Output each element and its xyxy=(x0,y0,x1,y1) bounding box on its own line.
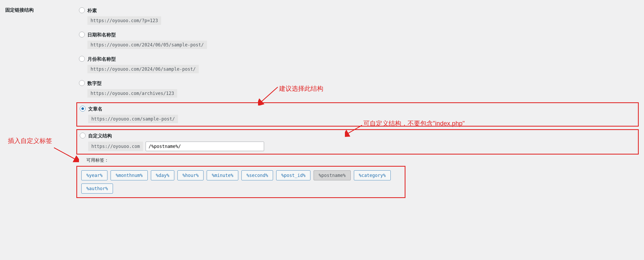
option-url: https://oyouoo.com/2024/06/05/sample-pos… xyxy=(87,41,207,49)
tag-day[interactable]: %day% xyxy=(151,170,174,180)
option-url: https://oyouoo.com/sample-post/ xyxy=(88,115,178,123)
custom-structure-input[interactable] xyxy=(146,142,264,151)
radio-numeric[interactable] xyxy=(79,80,85,86)
tag-year[interactable]: %year% xyxy=(81,170,107,180)
radio-custom[interactable] xyxy=(80,133,86,138)
tag-category[interactable]: %category% xyxy=(354,170,391,180)
svg-line-0 xyxy=(261,87,278,102)
option-url: https://oyouoo.com/archives/123 xyxy=(87,89,177,98)
section-title: 固定链接结构 xyxy=(5,7,76,13)
option-label: 日期和名称型 xyxy=(87,32,636,38)
tag-monthnum[interactable]: %monthnum% xyxy=(111,170,147,180)
option-url: https://oyouoo.com/2024/06/sample-post/ xyxy=(87,65,199,73)
permalink-option-numeric[interactable]: 数字型 https://oyouoo.com/archives/123 xyxy=(76,78,639,100)
arrow-icon xyxy=(345,124,363,137)
tag-postname[interactable]: %postname% xyxy=(314,170,350,180)
tag-post-id[interactable]: %post_id% xyxy=(276,170,310,180)
radio-day-name[interactable] xyxy=(79,32,85,37)
arrow-icon xyxy=(53,146,79,162)
custom-url-prefix: https://oyouoo.com xyxy=(88,142,143,151)
permalink-option-plain[interactable]: 朴素 https://oyouoo.com/?p=123 xyxy=(76,5,639,27)
option-url: https://oyouoo.com/?p=123 xyxy=(87,16,161,25)
option-label: 月份和名称型 xyxy=(87,56,636,62)
radio-month-name[interactable] xyxy=(79,56,85,62)
tag-hour[interactable]: %hour% xyxy=(177,170,204,180)
annotation-insert-tag: 插入自定义标签 xyxy=(8,137,52,145)
annotation-suggest: 建议选择此结构 xyxy=(279,84,323,93)
available-tags-label: 可用标签： xyxy=(86,157,639,163)
annotation-custom-note: 可自定义结构，不要包含"index.php" xyxy=(363,119,465,128)
permalink-option-month-name[interactable]: 月份和名称型 https://oyouoo.com/2024/06/sample… xyxy=(76,54,639,75)
tag-author[interactable]: %author% xyxy=(81,184,113,194)
svg-line-2 xyxy=(54,148,76,160)
tag-minute[interactable]: %minute% xyxy=(207,170,238,180)
permalink-option-day-name[interactable]: 日期和名称型 https://oyouoo.com/2024/06/05/sam… xyxy=(76,30,639,51)
option-label: 朴素 xyxy=(87,7,636,14)
arrow-icon xyxy=(258,84,279,105)
radio-postname[interactable] xyxy=(80,106,86,112)
permalink-option-postname[interactable]: 文章名 https://oyouoo.com/sample-post/ xyxy=(76,102,639,127)
available-tags: %year% %monthnum% %day% %hour% %minute% … xyxy=(76,166,405,198)
tag-second[interactable]: %second% xyxy=(241,170,273,180)
svg-line-1 xyxy=(347,125,362,134)
radio-plain[interactable] xyxy=(79,7,85,13)
option-label: 文章名 xyxy=(88,106,635,112)
radio-dot-icon xyxy=(81,107,84,110)
option-label: 数字型 xyxy=(87,80,636,86)
